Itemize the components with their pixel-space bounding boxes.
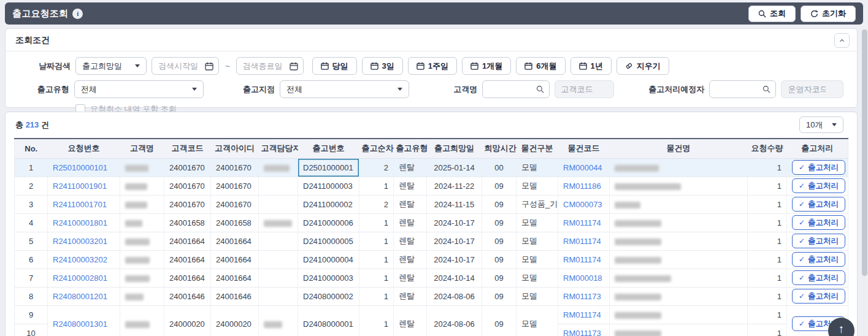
col-header-item_name[interactable]: 물건명: [610, 139, 748, 158]
end-date-field[interactable]: [236, 57, 304, 75]
item_code-link[interactable]: CM000073: [563, 200, 602, 209]
ship-process-button[interactable]: ✓출고처리: [792, 178, 845, 193]
col-header-ship_time[interactable]: 희망시간: [482, 139, 517, 158]
cell-item_group: 모델: [517, 305, 558, 336]
quick-range-1month-button[interactable]: 1개월: [462, 57, 511, 75]
table-row[interactable]: 3R241100017012400167024001670D2411000002…: [15, 195, 848, 213]
item_code-link[interactable]: RM011173: [563, 329, 601, 336]
request_no-link[interactable]: R24100002801: [53, 273, 107, 283]
request_no-link[interactable]: R24080001201: [53, 292, 107, 301]
cell-ship_date: 2024-08-06: [427, 305, 482, 336]
quick-range-3day-button[interactable]: 3일: [362, 57, 403, 75]
table-row[interactable]: 5R241000032012400166424001664D2410000005…: [15, 232, 848, 250]
cell-customer_code: 24001670: [164, 177, 211, 195]
table-row[interactable]: 1R250100001012400167024001670D2501000001…: [15, 158, 848, 177]
cell-customer_manager: [259, 250, 298, 269]
col-header-ship_no[interactable]: 출고번호: [298, 139, 359, 158]
customer-search-field[interactable]: [482, 80, 549, 98]
item_code-link[interactable]: RM011186: [563, 181, 601, 191]
calendar-icon[interactable]: [205, 62, 213, 71]
table-row[interactable]: 7R241000028012400166424001664D2410000003…: [15, 269, 848, 287]
cell-ship_time: 09: [482, 287, 517, 305]
request_no-link[interactable]: R24110001901: [53, 181, 107, 191]
cell-customer_manager: [259, 232, 298, 250]
cell-item_code: RM011174: [558, 213, 610, 232]
redacted-text: [615, 312, 661, 319]
request_no-link[interactable]: R24100003201: [53, 237, 107, 246]
item_code-link[interactable]: RM011174: [563, 237, 601, 246]
clear-dates-button[interactable]: 지우기: [616, 57, 669, 75]
search-icon[interactable]: [536, 85, 544, 93]
reset-button[interactable]: 초기화: [801, 6, 856, 22]
cell-action: ✓출고처리: [787, 232, 848, 250]
cell-ship_date: 2024-11-15: [427, 195, 482, 213]
refresh-icon: [810, 10, 818, 18]
table-row[interactable]: 9R240800013012400002024000020D2408000001…: [15, 305, 848, 324]
date-filter-row: 날짜검색 출고희망일 ~ 당일 3일 1주일: [14, 57, 848, 75]
table-row[interactable]: 2R241100019012400167024001670D2411000003…: [15, 177, 848, 195]
operator-code-input: [782, 81, 843, 97]
ship-process-button[interactable]: ✓출고처리: [792, 252, 845, 267]
col-header-no[interactable]: No.: [15, 139, 48, 158]
ship-type-select[interactable]: 전체: [74, 80, 204, 98]
ship-process-button[interactable]: ✓출고처리: [792, 289, 845, 304]
ship-process-button[interactable]: ✓출고처리: [792, 160, 845, 175]
ship-process-button[interactable]: ✓출고처리: [792, 197, 845, 212]
start-date-field[interactable]: [152, 57, 219, 75]
quick-range-1year-button[interactable]: 1년: [570, 57, 612, 75]
quick-range-today-button[interactable]: 당일: [312, 57, 357, 75]
col-header-qty[interactable]: 요청수량: [748, 139, 787, 158]
ship-process-button[interactable]: ✓출고처리: [792, 234, 845, 248]
chevron-down-icon: [192, 88, 197, 91]
item_code-link[interactable]: RM000044: [563, 163, 602, 172]
date-type-select[interactable]: 출고희망일: [75, 57, 147, 75]
col-header-action[interactable]: 출고처리: [787, 139, 848, 158]
handler-search-field[interactable]: [709, 80, 776, 98]
col-header-customer_manager[interactable]: 고객담당자: [259, 139, 298, 158]
col-header-item_group[interactable]: 물건구분: [517, 139, 558, 158]
cell-item_name: [610, 213, 748, 232]
ship-process-button[interactable]: ✓출고처리: [792, 270, 845, 285]
cell-ship_type: 렌탈: [394, 269, 427, 287]
calendar-icon[interactable]: [290, 62, 298, 71]
redacted-text: [125, 294, 144, 300]
request_no-link[interactable]: R24100001801: [53, 218, 107, 227]
request_no-link[interactable]: R24080001301: [53, 319, 107, 329]
item_code-link[interactable]: RM000018: [563, 273, 602, 283]
table-row[interactable]: 8R240800012012400164624001646D2408000002…: [15, 287, 848, 305]
ship-process-button[interactable]: ✓출고처리: [792, 215, 845, 230]
col-header-ship_date[interactable]: 출고희망일: [427, 139, 482, 158]
cell-request_no: R24080001301: [48, 305, 120, 336]
request_no-link[interactable]: R24100003202: [53, 255, 107, 264]
cell-customer_manager: [259, 305, 298, 336]
col-header-customer_code[interactable]: 고객코드: [164, 139, 211, 158]
item_code-link[interactable]: RM011174: [563, 310, 601, 319]
item_code-link[interactable]: RM011173: [563, 292, 601, 301]
collapse-button[interactable]: [834, 33, 850, 48]
request_no-link[interactable]: R25010000101: [53, 163, 107, 172]
quick-range-1week-button[interactable]: 1주일: [408, 57, 457, 75]
col-header-request_no[interactable]: 요청번호: [48, 139, 120, 158]
branch-select[interactable]: 전체: [280, 80, 409, 98]
search-icon[interactable]: [762, 85, 770, 93]
scrollbar-thumb[interactable]: [862, 29, 867, 276]
redacted-text: [264, 220, 292, 227]
item_code-link[interactable]: RM011174: [563, 218, 601, 227]
col-header-customer_id[interactable]: 고객아이디: [211, 139, 259, 158]
search-button[interactable]: 조회: [748, 6, 796, 22]
col-header-item_code[interactable]: 물건코드: [558, 139, 610, 158]
col-header-ship_seq[interactable]: 출고순차: [359, 139, 394, 158]
col-header-customer_name[interactable]: 고객명: [120, 139, 164, 158]
cell-qty: 1: [748, 269, 787, 287]
table-row[interactable]: 6R241000032022400166424001664D2410000004…: [15, 250, 848, 269]
quick-range-6month-button[interactable]: 6개월: [516, 57, 565, 75]
cell-no: 7: [15, 269, 48, 287]
page-size-select[interactable]: 10개: [799, 116, 843, 133]
request_no-link[interactable]: R24110001701: [53, 200, 107, 209]
col-header-ship_type[interactable]: 출고유형: [394, 139, 427, 158]
cell-qty: 1: [748, 195, 787, 213]
chevron-down-icon: [135, 64, 140, 67]
table-row[interactable]: 4R241000018012400165824001658D2410000006…: [15, 213, 848, 232]
item_code-link[interactable]: RM011174: [563, 255, 601, 264]
info-icon[interactable]: i: [72, 9, 83, 19]
